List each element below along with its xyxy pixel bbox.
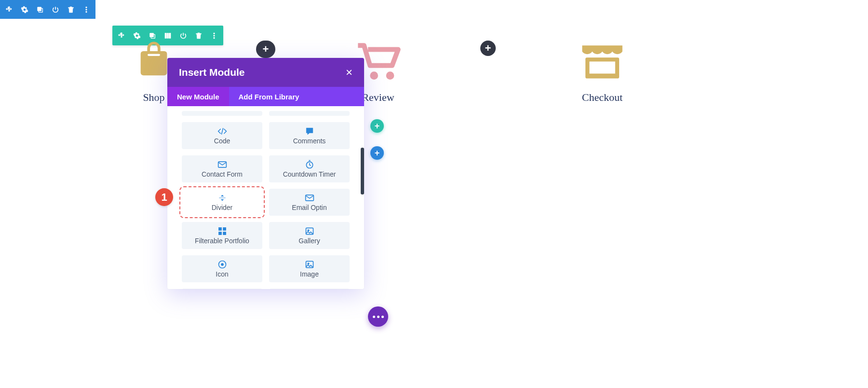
add-module-button[interactable]: [256, 41, 275, 58]
module-label: Email Optin: [292, 204, 326, 211]
module-image[interactable]: Image: [269, 255, 350, 282]
svg-point-16: [386, 71, 394, 80]
svg-point-2: [86, 7, 87, 8]
svg-rect-18: [589, 62, 615, 74]
svg-rect-24: [218, 232, 221, 235]
svg-point-4: [86, 11, 87, 13]
add-module-button[interactable]: [480, 41, 496, 56]
svg-point-12: [214, 37, 215, 39]
module-label: Contact Form: [202, 170, 243, 178]
section-toolbar: [0, 0, 95, 19]
svg-point-15: [370, 71, 378, 80]
svg-rect-25: [223, 232, 226, 235]
modal-title: Insert Module: [179, 67, 245, 78]
svg-rect-0: [38, 7, 41, 11]
module-label: Icon: [216, 270, 228, 278]
module-email-optin[interactable]: Email Optin: [269, 189, 350, 216]
module-partial[interactable]: [269, 289, 350, 289]
module-filterable-portfolio[interactable]: Filterable Portfolio: [182, 222, 262, 249]
module-label: Code: [214, 137, 230, 145]
power-icon[interactable]: [49, 3, 62, 16]
tab-new-module[interactable]: New Module: [167, 87, 229, 106]
callout-badge-1: 1: [155, 188, 173, 206]
module-countdown-timer[interactable]: Countdown Timer: [269, 155, 350, 182]
module-divider[interactable]: Divider: [182, 189, 262, 216]
module-label: Filterable Portfolio: [195, 237, 249, 245]
svg-point-31: [307, 263, 309, 264]
storefront-icon: [578, 38, 626, 85]
module-contact-form[interactable]: Contact Form: [182, 155, 262, 182]
svg-point-11: [214, 35, 215, 36]
column-label: Shop: [143, 91, 164, 104]
svg-rect-23: [223, 228, 226, 231]
module-label: Countdown Timer: [283, 170, 336, 178]
svg-point-27: [307, 230, 309, 231]
duplicate-icon[interactable]: [34, 3, 46, 16]
move-icon[interactable]: [3, 3, 15, 16]
module-label: Gallery: [298, 237, 320, 245]
module-label: Comments: [293, 137, 326, 145]
svg-point-29: [221, 263, 223, 266]
settings-icon[interactable]: [18, 3, 31, 16]
svg-rect-5: [150, 33, 154, 37]
svg-point-3: [86, 9, 87, 10]
module-partial[interactable]: [182, 111, 262, 116]
module-list: Code Comments Contact Form Countdown Tim…: [167, 106, 364, 289]
close-icon[interactable]: ×: [346, 67, 353, 78]
module-comments[interactable]: Comments: [269, 122, 350, 149]
column-label: Review: [362, 91, 394, 104]
module-code[interactable]: Code: [182, 122, 262, 149]
svg-rect-8: [167, 33, 169, 38]
modal-header: Insert Module ×: [167, 58, 364, 87]
more-icon[interactable]: [80, 3, 93, 16]
module-icon[interactable]: Icon: [182, 255, 262, 282]
svg-point-10: [214, 33, 215, 34]
module-gallery[interactable]: Gallery: [269, 222, 350, 249]
module-partial[interactable]: [269, 111, 350, 116]
svg-rect-14: [148, 54, 160, 56]
add-row-button[interactable]: [370, 119, 384, 133]
svg-rect-7: [165, 33, 166, 38]
modal-tabs: New Module Add From Library: [167, 87, 364, 106]
module-partial[interactable]: [182, 289, 262, 289]
svg-rect-22: [218, 228, 221, 231]
delete-icon[interactable]: [65, 3, 77, 16]
module-label: Divider: [212, 204, 233, 211]
svg-rect-9: [169, 33, 171, 38]
insert-module-modal: Insert Module × New Module Add From Libr…: [167, 58, 364, 289]
column-label: Checkout: [582, 91, 623, 104]
module-label: Image: [300, 270, 319, 278]
tab-add-from-library[interactable]: Add From Library: [229, 87, 309, 106]
page-actions-button[interactable]: [368, 306, 388, 327]
scrollbar-thumb[interactable]: [361, 148, 364, 194]
column-checkout: Checkout: [544, 38, 660, 104]
add-section-button[interactable]: [370, 146, 384, 160]
